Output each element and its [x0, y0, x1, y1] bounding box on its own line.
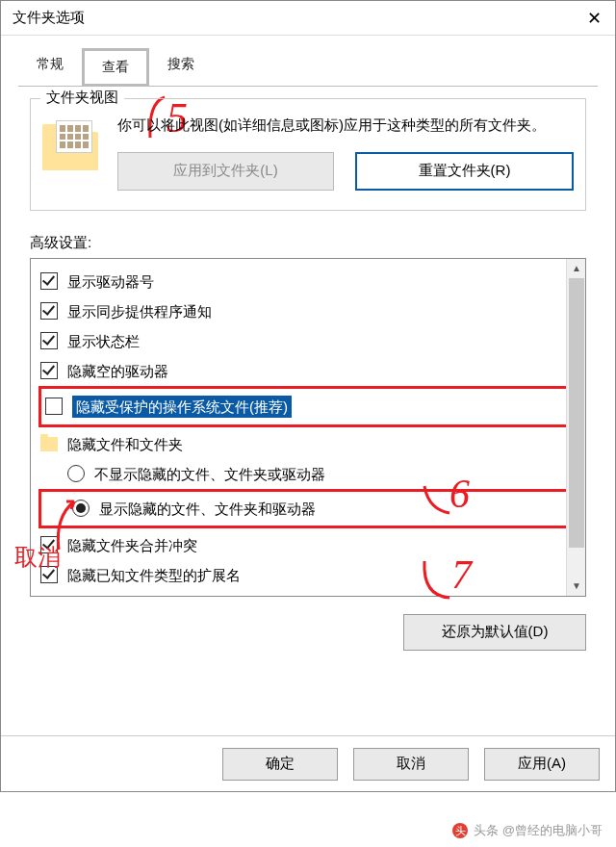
checkbox[interactable] [40, 332, 58, 349]
restore-defaults-button[interactable]: 还原为默认值(D) [403, 614, 586, 651]
watermark-text: 头条 @曾经的电脑小哥 [474, 822, 603, 839]
checkbox[interactable] [40, 566, 58, 583]
list-item-label: 用彩色显示加密或压缩的 NTFS 文件 [67, 595, 301, 596]
advanced-settings-list: 显示驱动器号显示同步提供程序通知显示状态栏隐藏空的驱动器隐藏受保护的操作系统文件… [30, 258, 586, 597]
list-item[interactable]: 隐藏空的驱动器 [38, 356, 581, 386]
close-button[interactable]: ✕ [573, 1, 615, 36]
list-item-label: 显示同步提供程序通知 [67, 301, 212, 321]
advanced-settings-label: 高级设置: [30, 234, 586, 252]
list-item-label: 不显示隐藏的文件、文件夹或驱动器 [94, 464, 325, 484]
list-item-label: 显示状态栏 [67, 331, 140, 351]
titlebar: 文件夹选项 ✕ [1, 1, 615, 36]
list-item[interactable]: 显示隐藏的文件、文件夹和驱动器 [70, 494, 577, 524]
folder-options-dialog: 文件夹选项 ✕ 常规 查看 搜索 5 文件夹视图 你可以将此视图(如详细信息或图… [0, 0, 616, 792]
list-item[interactable]: 显示状态栏 [38, 326, 581, 356]
dialog-button-bar: 确定 取消 应用(A) [1, 735, 615, 791]
reset-folders-button[interactable]: 重置文件夹(R) [355, 152, 574, 191]
apply-to-folders-button: 应用到文件夹(L) [117, 152, 334, 191]
scroll-up-button[interactable]: ▲ [567, 259, 586, 278]
watermark-logo: 头 [452, 823, 468, 838]
folder-icon [42, 118, 100, 170]
scrollbar[interactable]: ▲ ▼ [566, 259, 585, 596]
list-item[interactable]: 隐藏受保护的操作系统文件(推荐) [43, 391, 577, 423]
apply-button[interactable]: 应用(A) [484, 748, 600, 781]
list-item-label: 隐藏文件夹合并冲突 [67, 535, 197, 555]
checkbox[interactable] [40, 536, 58, 553]
list-item[interactable]: 用彩色显示加密或压缩的 NTFS 文件 [38, 590, 581, 596]
scroll-thumb[interactable] [569, 278, 584, 548]
list-item-label: 显示驱动器号 [67, 271, 154, 292]
tab-general[interactable]: 常规 [18, 47, 82, 86]
list-item-label: 隐藏受保护的操作系统文件(推荐) [72, 396, 292, 418]
tab-search[interactable]: 搜索 [149, 47, 213, 86]
watermark: 头 头条 @曾经的电脑小哥 [452, 822, 603, 839]
scroll-down-button[interactable]: ▼ [567, 577, 586, 596]
folder-view-desc: 你可以将此视图(如详细信息或图标)应用于这种类型的所有文件夹。 [117, 115, 574, 137]
list-item-label: 隐藏空的驱动器 [67, 361, 168, 381]
list-item[interactable]: 显示同步提供程序通知 [38, 296, 581, 326]
list-item-label: 隐藏已知文件类型的扩展名 [67, 565, 241, 585]
list-item[interactable]: 隐藏已知文件类型的扩展名 [38, 560, 581, 590]
cancel-button[interactable]: 取消 [353, 748, 469, 781]
folder-icon [40, 437, 58, 451]
folder-view-group: 文件夹视图 你可以将此视图(如详细信息或图标)应用于这种类型的所有文件夹。 应用… [30, 98, 586, 211]
ok-button[interactable]: 确定 [222, 748, 338, 781]
checkbox[interactable] [40, 272, 58, 290]
list-item-label: 显示隐藏的文件、文件夹和驱动器 [99, 499, 316, 519]
list-item[interactable]: 隐藏文件夹合并冲突 [38, 530, 581, 560]
list-item[interactable]: 隐藏文件和文件夹 [38, 429, 581, 459]
checkbox[interactable] [45, 398, 63, 415]
folder-view-title: 文件夹视图 [40, 89, 124, 107]
checkbox[interactable] [40, 362, 58, 379]
tab-view[interactable]: 查看 [82, 48, 149, 87]
radio[interactable] [72, 500, 90, 517]
checkbox[interactable] [40, 302, 58, 320]
list-item-label: 隐藏文件和文件夹 [67, 434, 183, 454]
window-title: 文件夹选项 [13, 9, 85, 27]
list-item[interactable]: 显示驱动器号 [38, 267, 581, 296]
tab-bar: 常规 查看 搜索 [18, 47, 598, 87]
radio[interactable] [67, 465, 85, 482]
list-item[interactable]: 不显示隐藏的文件、文件夹或驱动器 [65, 459, 581, 489]
